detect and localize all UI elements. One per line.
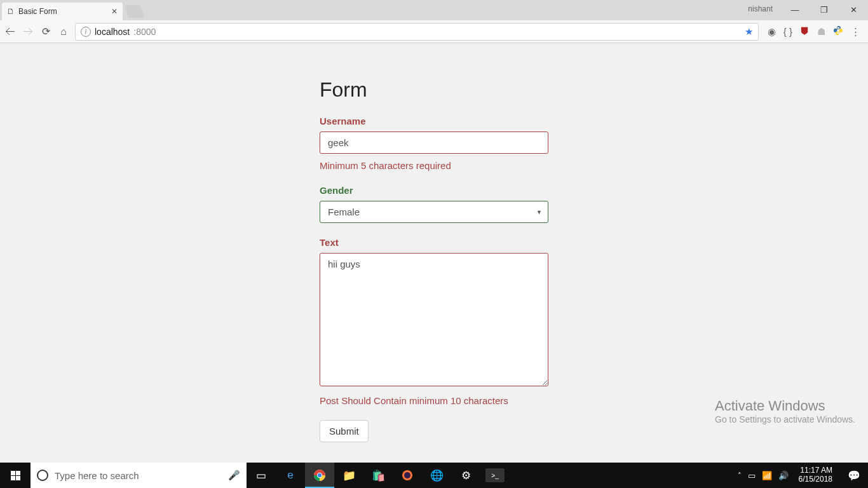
url-port: :8000	[133, 27, 156, 37]
firefox-icon[interactable]	[393, 463, 422, 488]
text-error: Post Should Contain minimum 10 character…	[320, 395, 548, 406]
settings-icon[interactable]: ⚙	[451, 463, 480, 488]
form-container: Form Username Minimum 5 characters requi…	[320, 78, 548, 442]
bookmark-star-icon[interactable]: ★	[745, 26, 753, 37]
username-input[interactable]	[320, 132, 548, 154]
start-button[interactable]	[0, 463, 31, 488]
watermark-subtitle: Go to Settings to activate Windows.	[715, 414, 855, 424]
form-group-text: Text hii guys Post Should Contain minimu…	[320, 237, 548, 406]
window-minimize-button[interactable]: ―	[780, 0, 810, 19]
address-bar[interactable]: i localhost:8000 ★	[75, 23, 759, 41]
page-title: Form	[320, 78, 548, 102]
windows-taskbar: Type here to search 🎤 ▭ e 📁 🛍️ 🌐 ⚙ >_ ˄ …	[0, 463, 868, 488]
store-icon[interactable]: 🛍️	[363, 463, 393, 488]
window-close-button[interactable]: ✕	[839, 0, 868, 19]
chrome-menu-icon[interactable]: ⋮	[851, 26, 860, 37]
file-explorer-icon[interactable]: 📁	[334, 463, 363, 488]
text-textarea[interactable]: hii guys	[320, 253, 548, 386]
page-viewport: Form Username Minimum 5 characters requi…	[0, 43, 868, 463]
file-icon: 🗋	[7, 7, 15, 16]
username-error: Minimum 5 characters required	[320, 160, 548, 171]
wifi-icon[interactable]: 📶	[762, 471, 772, 480]
watermark-title: Activate Windows	[715, 398, 855, 414]
url-host: localhost	[95, 27, 130, 37]
ublock-icon[interactable]: ⛊	[800, 26, 810, 37]
home-button[interactable]: ⌂	[57, 26, 70, 37]
form-group-gender: Gender Female	[320, 185, 548, 223]
terminal-icon[interactable]: >_	[485, 468, 505, 482]
taskbar-apps: ▭ e 📁 🛍️ 🌐 ⚙ >_	[247, 463, 510, 488]
mic-icon[interactable]: 🎤	[228, 470, 240, 481]
tray-overflow-icon[interactable]: ˄	[738, 471, 742, 480]
taskview-icon[interactable]: ▭	[247, 463, 276, 488]
gender-select-wrap: Female	[320, 201, 548, 223]
clock-time: 11:17 AM	[799, 466, 832, 475]
window-maximize-button[interactable]: ❐	[810, 0, 839, 19]
extension-icon-2[interactable]: ☗	[817, 26, 825, 37]
back-button[interactable]: 🡠	[4, 26, 17, 37]
tab-title: Basic Form	[18, 7, 57, 16]
submit-button[interactable]: Submit	[320, 420, 369, 442]
gender-label: Gender	[320, 185, 548, 196]
text-label: Text	[320, 237, 548, 248]
system-tray: ˄ ▭ 📶 🔊 11:17 AM 6/15/2018 💬	[738, 466, 868, 484]
window-titlebar: 🗋 Basic Form ✕ nishant ― ❐ ✕	[0, 0, 868, 20]
windows-activation-watermark: Activate Windows Go to Settings to activ…	[715, 398, 855, 424]
windows-logo-icon	[11, 471, 20, 480]
username-label: Username	[320, 116, 548, 126]
action-center-icon[interactable]: 💬	[843, 470, 865, 482]
globe-icon[interactable]: 🌐	[422, 463, 451, 488]
svg-point-3	[318, 473, 322, 477]
volume-icon[interactable]: 🔊	[778, 471, 789, 480]
tab-close-icon[interactable]: ✕	[111, 7, 118, 16]
svg-point-5	[404, 472, 410, 478]
taskbar-search[interactable]: Type here to search 🎤	[31, 463, 247, 488]
braces-icon[interactable]: { }	[783, 26, 792, 37]
battery-icon[interactable]: ▭	[748, 471, 756, 480]
browser-toolbar: 🡠 🡢 ⟳ ⌂ i localhost:8000 ★ ◉ { } ⛊ ☗ ⋮	[0, 20, 868, 43]
taskbar-search-placeholder: Type here to search	[55, 470, 139, 481]
chrome-icon[interactable]	[305, 463, 334, 488]
browser-tab[interactable]: 🗋 Basic Form ✕	[2, 3, 123, 20]
form-group-username: Username Minimum 5 characters required	[320, 116, 548, 171]
site-info-icon[interactable]: i	[81, 27, 91, 37]
clock-date: 6/15/2018	[799, 475, 832, 484]
forward-button[interactable]: 🡢	[22, 26, 34, 37]
window-controls: ― ❐ ✕	[780, 0, 868, 19]
browser-extensions: ◉ { } ⛊ ☗ ⋮	[764, 25, 864, 37]
new-tab-button[interactable]	[124, 5, 144, 18]
chrome-profile-name[interactable]: nishant	[748, 4, 773, 13]
taskbar-clock[interactable]: 11:17 AM 6/15/2018	[795, 466, 836, 484]
python-icon[interactable]	[833, 25, 843, 37]
gender-select[interactable]: Female	[320, 201, 548, 223]
extension-icon[interactable]: ◉	[768, 26, 776, 37]
cortana-icon	[37, 470, 48, 481]
edge-icon[interactable]: e	[276, 463, 305, 488]
reload-button[interactable]: ⟳	[39, 25, 52, 37]
